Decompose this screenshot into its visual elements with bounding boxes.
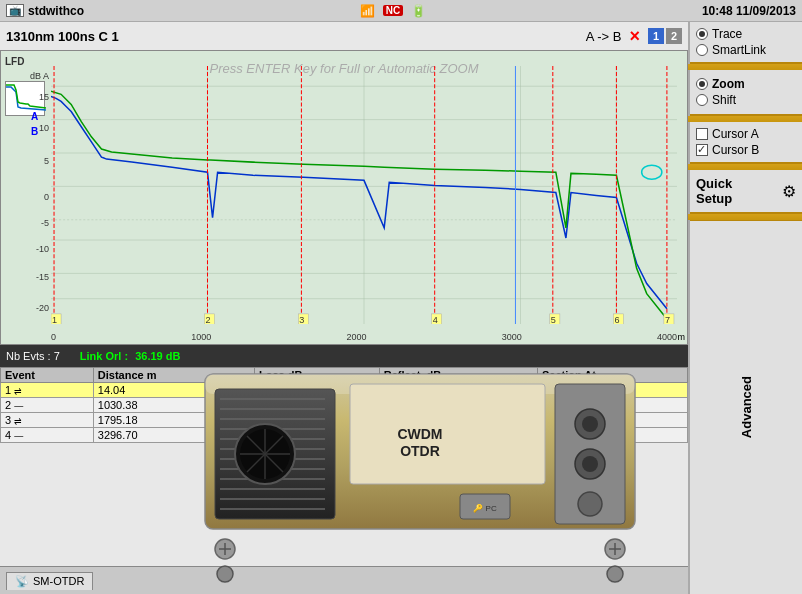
svg-text:7: 7 bbox=[665, 315, 670, 324]
cell-event: 2 — bbox=[1, 398, 94, 413]
x-axis: 0 1000 2000 3000 4000 bbox=[51, 332, 677, 342]
x-unit-label: m bbox=[678, 332, 686, 342]
cursor-section: Cursor A Cursor B bbox=[690, 122, 802, 164]
quick-label: Quick bbox=[696, 176, 732, 191]
svg-point-61 bbox=[582, 416, 598, 432]
y-tick-n10: -10 bbox=[36, 244, 49, 254]
svg-point-63 bbox=[582, 456, 598, 472]
zoom-radio[interactable] bbox=[696, 78, 708, 90]
trace-info: 1310nm 100ns C 1 bbox=[6, 29, 119, 44]
tab-label: SM-OTDR bbox=[33, 575, 84, 587]
advanced-section[interactable]: Advanced bbox=[690, 220, 802, 594]
sm-otdr-tab[interactable]: 📡 SM-OTDR bbox=[6, 572, 93, 590]
cursor-a-label: Cursor A bbox=[712, 127, 759, 141]
cell-event: 4 — bbox=[1, 428, 94, 443]
trace-radio[interactable] bbox=[696, 28, 708, 40]
svg-text:1: 1 bbox=[52, 315, 57, 324]
title-bar-icons: 📶 NC 🔋 bbox=[360, 4, 426, 18]
shift-radio[interactable] bbox=[696, 94, 708, 106]
title-bar-left: 📺 stdwithco bbox=[6, 4, 84, 18]
gear-icon[interactable]: ⚙ bbox=[782, 182, 796, 201]
trace-radio-item[interactable]: Trace bbox=[696, 26, 796, 42]
trace-num-1[interactable]: 1 bbox=[648, 28, 664, 44]
svg-rect-56 bbox=[350, 384, 545, 484]
wifi-icon: 📶 bbox=[360, 4, 375, 18]
nb-events-label: Nb Evts : 7 bbox=[6, 350, 60, 362]
cursor-b-label: Cursor B bbox=[712, 143, 759, 157]
graph-area[interactable]: Press ENTER Key for Full or Automatic ZO… bbox=[0, 50, 688, 345]
x-tick-4000: 4000 bbox=[657, 332, 677, 342]
smartlink-option-label: SmartLink bbox=[712, 43, 766, 57]
x-tick-2000: 2000 bbox=[346, 332, 366, 342]
svg-text:🔑 PC: 🔑 PC bbox=[473, 503, 497, 513]
svg-point-73 bbox=[217, 566, 233, 582]
trace-number-selector: 1 2 bbox=[648, 28, 682, 44]
smartlink-radio[interactable] bbox=[696, 44, 708, 56]
svg-text:3: 3 bbox=[299, 315, 304, 324]
col-event: Event bbox=[1, 368, 94, 383]
svg-text:4: 4 bbox=[433, 315, 438, 324]
svg-text:5: 5 bbox=[551, 315, 556, 324]
svg-text:6: 6 bbox=[614, 315, 619, 324]
x-tick-0: 0 bbox=[51, 332, 56, 342]
setup-label: Setup bbox=[696, 191, 732, 206]
app-icon: 📺 bbox=[6, 4, 24, 17]
svg-text:OTDR: OTDR bbox=[400, 443, 440, 459]
svg-point-74 bbox=[607, 566, 623, 582]
zoom-radio-item[interactable]: Zoom bbox=[696, 76, 796, 92]
y-axis: dB A 15 10 5 0 -5 -10 -15 -20 bbox=[29, 66, 49, 324]
zoom-section: Zoom Shift bbox=[690, 70, 802, 116]
y-tick-15: 15 bbox=[39, 92, 49, 102]
trace-direction: A -> B bbox=[586, 29, 622, 44]
hardware-device: CWDM OTDR 🔑 PC bbox=[195, 364, 685, 594]
quick-setup-section[interactable]: Quick Setup ⚙ bbox=[690, 170, 802, 214]
smartlink-radio-item[interactable]: SmartLink bbox=[696, 42, 796, 58]
title-bar: 📺 stdwithco 📶 NC 🔋 10:48 11/09/2013 bbox=[0, 0, 802, 22]
nc-badge: NC bbox=[383, 5, 403, 16]
right-sidebar: Trace SmartLink Zoom Shift Cursor bbox=[688, 22, 802, 594]
tab-icon: 📡 bbox=[15, 575, 29, 588]
datetime: 10:48 11/09/2013 bbox=[702, 4, 796, 18]
y-tick-n5: -5 bbox=[41, 218, 49, 228]
x-tick-1000: 1000 bbox=[191, 332, 211, 342]
cursor-b-checkbox[interactable] bbox=[696, 144, 708, 156]
lfd-label: LFD bbox=[5, 56, 24, 67]
trace-option-label: Trace bbox=[712, 27, 742, 41]
cursor-a-checkbox[interactable] bbox=[696, 128, 708, 140]
cell-event: 1 ⇌ bbox=[1, 383, 94, 398]
shift-radio-item[interactable]: Shift bbox=[696, 92, 796, 108]
trace-num-2[interactable]: 2 bbox=[666, 28, 682, 44]
otdr-graph-svg: 1 2 3 4 5 6 7 bbox=[51, 66, 677, 324]
close-button[interactable]: × bbox=[629, 26, 640, 47]
trace-section: Trace SmartLink bbox=[690, 22, 802, 64]
y-tick-n15: -15 bbox=[36, 272, 49, 282]
trace-header: 1310nm 100ns C 1 A -> B × 1 2 bbox=[0, 22, 688, 50]
y-tick-10: 10 bbox=[39, 123, 49, 133]
trace-nav: A -> B × 1 2 bbox=[586, 26, 682, 47]
x-tick-3000: 3000 bbox=[502, 332, 522, 342]
link-orl-value: Link Orl : 36.19 dB bbox=[80, 350, 181, 362]
y-tick-dba: dB A bbox=[30, 71, 49, 81]
y-tick-0: 0 bbox=[44, 192, 49, 202]
cell-event: 3 ⇌ bbox=[1, 413, 94, 428]
svg-text:CWDM: CWDM bbox=[397, 426, 442, 442]
zoom-label: Zoom bbox=[712, 77, 745, 91]
app-title: stdwithco bbox=[28, 4, 84, 18]
battery-icon: 🔋 bbox=[411, 4, 426, 18]
advanced-label: Advanced bbox=[739, 376, 754, 438]
y-tick-n20: -20 bbox=[36, 303, 49, 313]
device-svg: CWDM OTDR 🔑 PC bbox=[195, 364, 685, 594]
svg-point-34 bbox=[642, 165, 662, 179]
shift-label: Shift bbox=[712, 93, 736, 107]
svg-text:2: 2 bbox=[205, 315, 210, 324]
cursor-a-item[interactable]: Cursor A bbox=[696, 126, 796, 142]
quick-setup-label-group: Quick Setup bbox=[696, 176, 732, 206]
svg-point-64 bbox=[578, 492, 602, 516]
cursor-b-item[interactable]: Cursor B bbox=[696, 142, 796, 158]
y-tick-5: 5 bbox=[44, 156, 49, 166]
